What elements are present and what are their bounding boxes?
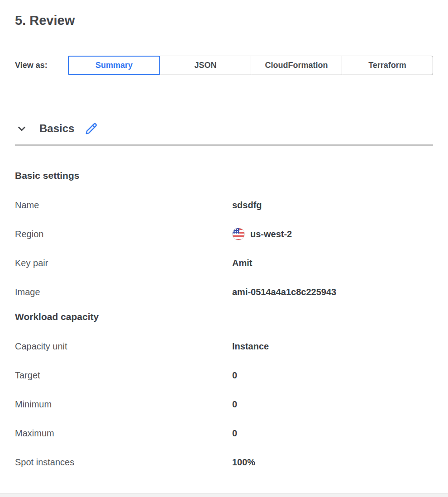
row-value: 0 bbox=[232, 399, 237, 410]
row-value: 0 bbox=[232, 428, 237, 439]
group-heading-basic-settings: Basic settings bbox=[15, 170, 433, 182]
row-target: Target 0 bbox=[15, 370, 433, 381]
row-value: ami-0514a4a1c8c225943 bbox=[232, 287, 336, 297]
basics-section-title: Basics bbox=[39, 122, 74, 135]
pencil-icon bbox=[85, 122, 98, 135]
row-value: Instance bbox=[232, 341, 269, 352]
tab-summary[interactable]: Summary bbox=[68, 56, 160, 75]
row-label: Region bbox=[15, 229, 232, 239]
row-label: Maximum bbox=[15, 428, 232, 439]
page-title: 5. Review bbox=[15, 12, 433, 29]
view-as-label: View as: bbox=[15, 61, 68, 70]
review-page: 5. Review View as: Summary JSON CloudFor… bbox=[0, 0, 448, 497]
tab-terraform[interactable]: Terraform bbox=[342, 56, 433, 75]
row-minimum: Minimum 0 bbox=[15, 399, 433, 410]
next-section-edge bbox=[0, 493, 448, 497]
row-label: Key pair bbox=[15, 258, 232, 268]
tab-json[interactable]: JSON bbox=[160, 56, 251, 75]
row-region: Region us-west-2 bbox=[15, 229, 433, 239]
chevron-down-icon[interactable] bbox=[15, 122, 29, 135]
row-label: Name bbox=[15, 200, 232, 210]
row-label: Spot instances bbox=[15, 457, 232, 468]
edit-basics-button[interactable] bbox=[84, 122, 98, 135]
row-image: Image ami-0514a4a1c8c225943 bbox=[15, 287, 433, 297]
section-divider bbox=[15, 144, 433, 146]
row-label: Capacity unit bbox=[15, 341, 232, 352]
row-label: Minimum bbox=[15, 399, 232, 410]
row-value: sdsdfg bbox=[232, 200, 262, 210]
row-maximum: Maximum 0 bbox=[15, 428, 433, 439]
row-capacity-unit: Capacity unit Instance bbox=[15, 341, 433, 352]
row-value: 100% bbox=[232, 457, 255, 468]
view-as-tab-group: Summary JSON CloudFormation Terraform bbox=[68, 56, 433, 75]
view-as-row: View as: Summary JSON CloudFormation Ter… bbox=[15, 56, 433, 75]
group-heading-workload-capacity: Workload capacity bbox=[15, 311, 433, 323]
row-spot-instances: Spot instances 100% bbox=[15, 457, 433, 468]
row-value: Amit bbox=[232, 258, 252, 268]
us-flag-icon bbox=[232, 228, 245, 240]
row-label: Target bbox=[15, 370, 232, 381]
region-value: us-west-2 bbox=[250, 229, 292, 239]
basics-section-header: Basics bbox=[15, 121, 433, 136]
tab-cloudformation[interactable]: CloudFormation bbox=[251, 56, 342, 75]
row-name: Name sdsdfg bbox=[15, 200, 433, 210]
row-value: us-west-2 bbox=[232, 228, 292, 240]
row-key-pair: Key pair Amit bbox=[15, 258, 433, 268]
row-label: Image bbox=[15, 287, 232, 297]
row-value: 0 bbox=[232, 370, 237, 381]
